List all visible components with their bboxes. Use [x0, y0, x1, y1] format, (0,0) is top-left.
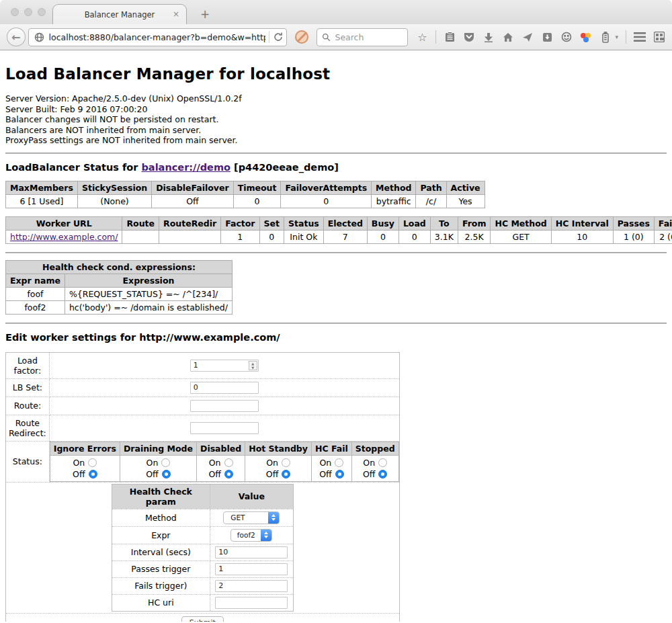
col-active: Active	[446, 181, 485, 194]
balancer-row: 6 [1 Used] (None) Off 0 0 bytraffic /c/ …	[6, 194, 485, 208]
address-input[interactable]	[49, 32, 266, 42]
col-hc-value: Value	[210, 484, 293, 509]
number-stepper-icon[interactable]: ▲▼	[249, 361, 257, 370]
url-divider	[269, 31, 269, 43]
heading-prefix: LoadBalancer Status for	[5, 162, 141, 173]
block-icon[interactable]	[295, 30, 308, 44]
ignore-errors-radios: On Off	[50, 455, 120, 481]
col-passes: Passes	[613, 216, 654, 230]
hc-expr-select[interactable]: foof2	[230, 529, 272, 542]
hc-uri-input[interactable]	[215, 597, 288, 609]
search-input[interactable]	[335, 32, 403, 42]
close-window-button[interactable]	[11, 8, 19, 16]
radio-disabled-off[interactable]	[224, 470, 233, 479]
submit-button[interactable]: Submit	[181, 616, 224, 622]
col-disablefailover: DisableFailover	[152, 181, 233, 194]
col-expr-name: Expr name	[6, 274, 65, 287]
route-input[interactable]	[190, 400, 259, 412]
col-stickysession: StickySession	[77, 181, 151, 194]
cell-to: 3.1K	[430, 230, 458, 243]
health-check-table: Health Check param Value Method GET	[112, 484, 294, 612]
globe-icon	[34, 32, 44, 42]
radio-ignore-errors-off[interactable]	[89, 470, 97, 479]
back-button[interactable]: ←	[7, 28, 26, 46]
on-label: On	[209, 458, 221, 468]
radio-disabled-on[interactable]	[224, 458, 233, 467]
cell-timeout: 0	[233, 194, 281, 208]
titlebar: Balancer Manager × +	[0, 0, 672, 24]
cell-busy: 0	[367, 230, 398, 243]
hot-standby-radios: On Off	[245, 455, 312, 481]
cell-maxmembers: 6 [1 Used]	[6, 194, 78, 208]
toolbar-icons: ☆ ▾	[416, 30, 665, 44]
reload-icon[interactable]	[273, 32, 284, 42]
radio-ignore-errors-on[interactable]	[88, 458, 97, 467]
colors-icon[interactable]	[580, 31, 592, 43]
battery-icon[interactable]	[599, 31, 612, 43]
dropdown-caret-icon[interactable]: ▾	[615, 34, 618, 40]
download-icon[interactable]	[482, 31, 495, 43]
cell-expression: hc('body') =~ /domain is established/	[65, 300, 232, 314]
hc-method-select[interactable]: GET	[223, 511, 280, 524]
hc-interval-input[interactable]	[215, 546, 288, 558]
balancer-demo-link[interactable]: balancer://demo	[141, 162, 230, 173]
route-redirect-input[interactable]	[190, 422, 259, 434]
on-label: On	[146, 458, 159, 468]
cell-fails: 2 (0)	[654, 230, 672, 243]
col-failoverattempts: FailoverAttempts	[281, 181, 372, 194]
radio-draining-mode-off[interactable]	[162, 470, 171, 479]
radio-hc-fail-on[interactable]	[335, 458, 343, 467]
edit-worker-heading: Edit worker settings for http://www.exam…	[5, 332, 667, 343]
minimize-window-button[interactable]	[24, 8, 32, 16]
search-bar[interactable]	[317, 28, 408, 46]
url-bar[interactable]	[28, 28, 288, 46]
tab-close-icon[interactable]: ×	[173, 9, 179, 19]
radio-hot-standby-on[interactable]	[282, 458, 290, 467]
hc-passes-input[interactable]	[215, 563, 288, 575]
star-icon[interactable]: ☆	[416, 31, 428, 43]
col-method: Method	[372, 181, 416, 194]
lb-set-row: LB Set:	[6, 378, 400, 397]
hc-expr-label: Expr	[112, 526, 210, 544]
tab-balancer-manager[interactable]: Balancer Manager ×	[52, 4, 187, 24]
radio-draining-mode-on[interactable]	[161, 458, 170, 467]
col-hot-standby: Hot Standby	[245, 442, 312, 455]
status-table: Ignore Errors Draining Mode Disabled Hot…	[50, 442, 399, 482]
col-set: Set	[259, 216, 284, 230]
route-redirect-row: Route Redirect:	[6, 415, 400, 441]
proxypass-note-line: ProxyPass settings are NOT inherited fro…	[5, 135, 667, 146]
new-tab-button[interactable]: +	[196, 7, 214, 21]
section-divider	[5, 153, 667, 154]
smiley-icon[interactable]	[560, 31, 573, 43]
radio-stopped-on[interactable]	[378, 458, 387, 467]
radio-stopped-off[interactable]	[378, 470, 387, 479]
pocket-icon[interactable]	[463, 31, 475, 43]
home-icon[interactable]	[502, 31, 514, 43]
lb-set-label: LB Set:	[6, 378, 50, 397]
col-hc-method: HC Method	[491, 216, 551, 230]
page-title: Load Balancer Manager for localhost	[5, 65, 667, 83]
status-row: Status: Ignore Errors Draining Mode Disa…	[6, 441, 400, 482]
col-hc-interval: HC Interval	[551, 216, 613, 230]
fullscreen-window-button[interactable]	[38, 8, 46, 16]
section-divider	[5, 323, 667, 324]
radio-hot-standby-off[interactable]	[282, 470, 290, 479]
route-label: Route:	[6, 397, 50, 415]
hc-fails-input[interactable]	[215, 580, 288, 592]
col-busy: Busy	[367, 216, 398, 230]
cell-expression: %{REQUEST_STATUS} =~ /^[234]/	[65, 287, 232, 300]
menu-icon[interactable]	[634, 31, 646, 43]
col-draining-mode: Draining Mode	[120, 442, 196, 455]
cell-route	[122, 230, 159, 243]
addon-box-icon[interactable]	[541, 31, 553, 43]
send-icon[interactable]	[521, 31, 534, 43]
lb-set-input[interactable]	[190, 382, 259, 394]
on-label: On	[73, 458, 85, 468]
off-label: Off	[146, 469, 158, 479]
worker-url-link[interactable]: http://www.example.com/	[10, 232, 118, 242]
clipboard-icon[interactable]	[444, 31, 456, 43]
col-hc-fail: HC Fail	[311, 442, 351, 455]
col-status: Status	[284, 216, 324, 230]
grid-icon[interactable]	[653, 31, 665, 43]
radio-hc-fail-off[interactable]	[335, 470, 344, 479]
